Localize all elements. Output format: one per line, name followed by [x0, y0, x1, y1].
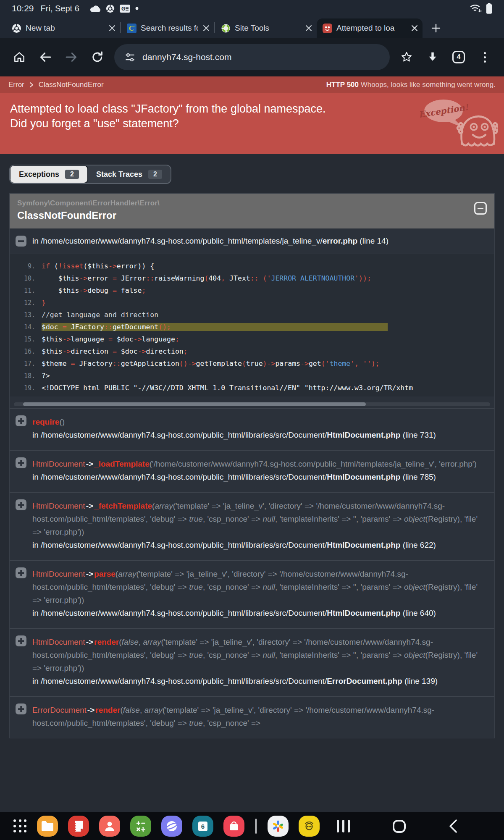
svg-text:6: 6	[201, 823, 205, 830]
stack-trace-entry: HtmlDocument->render(false, array('templ…	[10, 628, 494, 696]
apps-grid-icon[interactable]	[13, 819, 27, 833]
exception-ghost-illustration: Exception!	[420, 96, 498, 148]
site-tools-favicon	[221, 24, 231, 33]
smartthings-icon[interactable]	[299, 816, 320, 837]
close-icon[interactable]	[108, 24, 116, 32]
search-site-favicon: C	[127, 24, 136, 33]
back-button[interactable]	[34, 45, 57, 69]
stack-trace-entry: HtmlDocument->parse(array('template' => …	[10, 560, 494, 628]
calculator-icon[interactable]	[130, 816, 151, 837]
stack-trace-entry: HtmlDocument->_loadTemplate('/home/custo…	[10, 450, 494, 492]
back-nav-button[interactable]	[449, 819, 458, 833]
bookmark-button[interactable]	[395, 45, 418, 69]
chrome-favicon	[12, 24, 21, 33]
close-icon[interactable]	[305, 24, 312, 32]
trace-location: in /home/customer/www/dannyh74.sg-host.c…	[32, 606, 488, 620]
reload-button[interactable]	[86, 45, 109, 69]
download-button[interactable]	[421, 45, 444, 69]
code-line: 13.//get language and direction	[10, 309, 494, 321]
notification-icons: G	[89, 4, 139, 13]
url-text: dannyh74.sg-host.com	[142, 52, 231, 62]
code-line: 15.$this->language = $doc->language;	[10, 333, 494, 345]
browser-tab-search-results[interactable]: C Search results fo	[121, 18, 214, 38]
browser-tab-error-page[interactable]: Attempted to loa	[317, 18, 423, 38]
star-icon	[400, 51, 413, 63]
menu-button[interactable]	[473, 45, 496, 69]
trace-signature: HtmlDocument->render(false, array('templ…	[32, 635, 488, 675]
exception-class-name: ClassNotFoundError	[17, 210, 487, 221]
site-settings-icon[interactable]	[124, 52, 136, 63]
exception-filter-tabs: Exceptions 2 Stack Traces 2	[9, 165, 171, 184]
home-icon	[13, 50, 26, 64]
samsung-notes-icon[interactable]	[68, 816, 89, 837]
breadcrumb-root[interactable]: Error	[8, 81, 24, 89]
expand-trace-icon[interactable]	[16, 415, 26, 426]
navigation-buttons	[337, 819, 491, 833]
trace-location-row: in /home/customer/www/dannyh74.sg-host.c…	[10, 228, 494, 254]
new-tab-button[interactable]	[423, 18, 449, 38]
exceptions-count-badge: 2	[65, 170, 79, 179]
minus-icon	[478, 208, 483, 209]
forward-arrow-icon	[65, 50, 78, 64]
tab-exceptions[interactable]: Exceptions 2	[10, 165, 88, 184]
google-icon[interactable]	[268, 816, 289, 837]
collapse-trace-icon[interactable]	[16, 236, 26, 247]
expand-trace-icon[interactable]	[16, 457, 26, 468]
browser-tab-site-tools[interactable]: Site Tools	[215, 18, 317, 38]
download-icon	[426, 51, 439, 63]
taskbar: 6	[0, 812, 504, 840]
browser-toolbar: dannyh74.sg-host.com 4	[0, 38, 504, 76]
expand-trace-icon[interactable]	[16, 704, 26, 714]
stack-trace-entry: ErrorDocument->render(false, array('temp…	[10, 696, 494, 738]
samsung-internet-icon[interactable]	[161, 816, 182, 837]
svg-text:C: C	[129, 24, 134, 32]
status-bar: 10:29 Fri, Sept 6 G	[0, 0, 504, 17]
wifi-icon	[469, 3, 482, 14]
url-bar[interactable]: dannyh74.sg-host.com	[114, 44, 390, 70]
close-icon[interactable]	[411, 24, 418, 32]
my-files-icon[interactable]	[37, 816, 58, 837]
chrome-icon	[106, 4, 115, 13]
stack-traces-count-badge: 2	[148, 170, 162, 179]
trace-location: in /home/customer/www/dannyh74.sg-host.c…	[32, 428, 436, 441]
contacts-icon[interactable]	[99, 816, 120, 837]
browser-tab-new-tab[interactable]: New tab	[6, 18, 120, 38]
calendar-icon[interactable]: 6	[192, 816, 213, 837]
code-line: 16.$this->direction = $doc->direction;	[10, 345, 494, 357]
trace-signature: HtmlDocument->_loadTemplate('/home/custo…	[32, 457, 477, 470]
tab-switcher-button[interactable]: 4	[447, 45, 470, 69]
tab-stack-traces[interactable]: Stack Traces 2	[88, 165, 171, 183]
code-line: 14.$doc = JFactory::getDocument();	[10, 321, 494, 333]
galaxy-store-icon[interactable]	[223, 816, 244, 837]
trace-signature: HtmlDocument->_fetchTemplate(array('temp…	[32, 499, 488, 538]
clock: 10:29	[12, 3, 34, 13]
expand-trace-icon[interactable]	[16, 635, 26, 646]
forward-button[interactable]	[60, 45, 83, 69]
error-message-banner: Attempted to load class "JFactory" from …	[0, 93, 504, 154]
stack-trace-entry: HtmlDocument->_fetchTemplate(array('temp…	[10, 492, 494, 560]
collapse-card-button[interactable]	[474, 202, 487, 215]
code-line: 10. $this->error = JError::raiseWarning(…	[10, 272, 494, 284]
expand-trace-icon[interactable]	[16, 499, 26, 510]
tab-title: New tab	[26, 24, 104, 33]
home-nav-button[interactable]	[393, 820, 406, 833]
code-listing: 9.if (!isset($this->error)) {10. $this->…	[10, 254, 494, 396]
horizontal-scrollbar[interactable]	[14, 402, 490, 406]
code-line: 11. $this->debug = false;	[10, 284, 494, 297]
code-line: 19.<!DOCTYPE html PUBLIC "-//W3C//DTD XH…	[10, 382, 494, 394]
expand-trace-icon[interactable]	[16, 567, 26, 578]
close-icon[interactable]	[202, 24, 210, 32]
scrollbar-thumb[interactable]	[23, 402, 366, 406]
code-line: 17.$theme = JFactory::getApplication()->…	[10, 357, 494, 370]
system-icons	[469, 3, 492, 14]
recents-button[interactable]	[337, 820, 350, 832]
trace-file-name: error.php	[323, 236, 357, 245]
tab-stack-traces-label: Stack Traces	[96, 170, 142, 179]
home-button[interactable]	[8, 45, 31, 69]
tab-title: Site Tools	[235, 24, 301, 33]
code-line: 18.?>	[10, 370, 494, 382]
code-line: 9.if (!isset($this->error)) {	[10, 260, 494, 272]
exception-card-header: Symfony\Component\ErrorHandler\Error\ Cl…	[10, 194, 494, 228]
back-arrow-icon	[39, 50, 52, 64]
tab-title: Search results fo	[141, 24, 198, 33]
